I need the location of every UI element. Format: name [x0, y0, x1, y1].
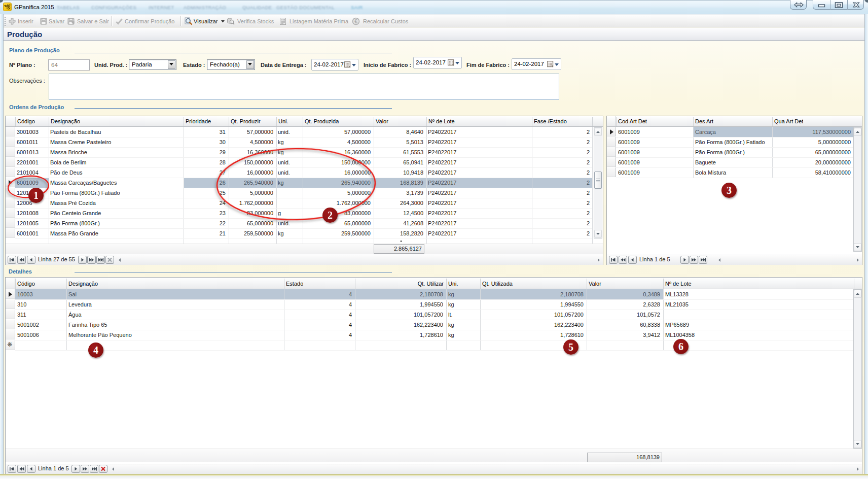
svg-text:€: € [354, 19, 357, 24]
